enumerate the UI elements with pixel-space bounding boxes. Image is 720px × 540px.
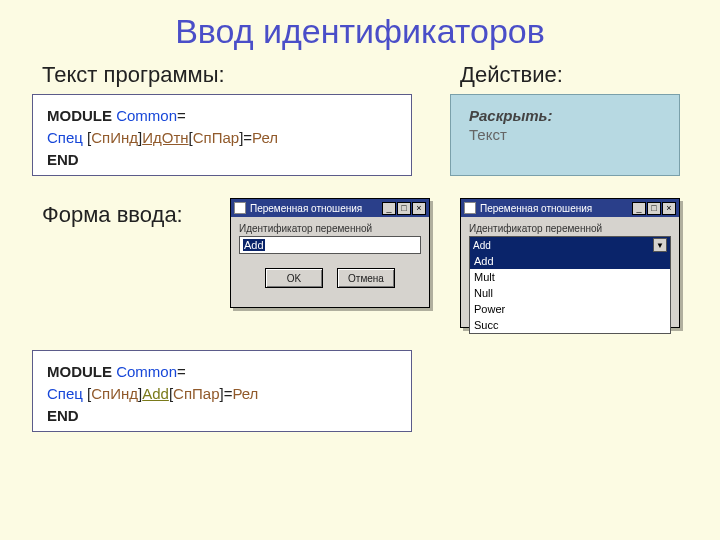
dropdown-list: Add Mult Null Power Succ xyxy=(470,253,670,333)
dropdown-current: Add xyxy=(473,240,491,251)
minimize-button[interactable]: _ xyxy=(382,202,396,215)
id-common: Common xyxy=(116,363,177,380)
window-title: Переменная отношения xyxy=(250,203,378,214)
dropdown-option[interactable]: Power xyxy=(470,301,670,317)
cancel-button[interactable]: Отмена xyxy=(337,268,395,288)
close-button[interactable]: × xyxy=(412,202,426,215)
id-rel: Рел xyxy=(232,385,258,402)
close-button[interactable]: × xyxy=(662,202,676,215)
id-common: Common xyxy=(116,107,177,124)
dropdown-option[interactable]: Succ xyxy=(470,317,670,333)
field-label: Идентификатор переменной xyxy=(469,223,671,234)
eq: = xyxy=(177,107,186,124)
maximize-button[interactable]: □ xyxy=(397,202,411,215)
colon: : xyxy=(548,107,553,124)
dropdown-option[interactable]: Add xyxy=(470,253,670,269)
kw-module: MODULE xyxy=(47,107,116,124)
maximize-button[interactable]: □ xyxy=(647,202,661,215)
action-sub: Текст xyxy=(469,126,661,143)
id-spec: Спец xyxy=(47,385,87,402)
id-spind: СпИнд xyxy=(91,129,138,146)
app-icon xyxy=(234,202,246,214)
field-label: Идентификатор переменной xyxy=(239,223,421,234)
identifier-dropdown[interactable]: Add ▼ Add Mult Null Power Succ xyxy=(469,236,671,334)
titlebar[interactable]: Переменная отношения _ □ × xyxy=(231,199,429,217)
id-add: Add xyxy=(142,385,169,402)
dropdown-option[interactable]: Mult xyxy=(470,269,670,285)
app-icon xyxy=(464,202,476,214)
dropdown-option[interactable]: Null xyxy=(470,285,670,301)
id-sppar: СпПар xyxy=(173,385,219,402)
kw-end: END xyxy=(47,407,79,424)
ok-button[interactable]: OK xyxy=(265,268,323,288)
rbr-eq: ]= xyxy=(219,385,232,402)
action-header: Раскрыть xyxy=(469,107,548,124)
chevron-down-icon[interactable]: ▼ xyxy=(653,238,667,252)
slide-title: Ввод идентификаторов xyxy=(0,0,720,51)
eq: = xyxy=(177,363,186,380)
window-title: Переменная отношения xyxy=(480,203,628,214)
id-sppar: СпПар xyxy=(193,129,239,146)
identifier-input[interactable]: Add xyxy=(239,236,421,254)
rbr-eq: ]= xyxy=(239,129,252,146)
dialog-variable-dropdown: Переменная отношения _ □ × Идентификатор… xyxy=(460,198,680,328)
label-action: Действие: xyxy=(460,62,563,88)
id-spind: СпИнд xyxy=(91,385,138,402)
code-box-before: MODULE Common= Спец [СпИнд]ИдОтн[СпПар]=… xyxy=(32,94,412,176)
id-idotn: ИдОтн xyxy=(142,129,188,146)
titlebar[interactable]: Переменная отношения _ □ × xyxy=(461,199,679,217)
dialog-variable-input: Переменная отношения _ □ × Идентификатор… xyxy=(230,198,430,308)
code-box-after: MODULE Common= Спец [СпИнд]Add[СпПар]=Ре… xyxy=(32,350,412,432)
kw-end: END xyxy=(47,151,79,168)
id-spec: Спец xyxy=(47,129,87,146)
action-box: Раскрыть: Текст xyxy=(450,94,680,176)
kw-module: MODULE xyxy=(47,363,116,380)
id-rel: Рел xyxy=(252,129,278,146)
input-value: Add xyxy=(243,239,265,251)
label-input-form: Форма ввода: xyxy=(42,202,183,228)
minimize-button[interactable]: _ xyxy=(632,202,646,215)
label-program-text: Текст программы: xyxy=(42,62,225,88)
